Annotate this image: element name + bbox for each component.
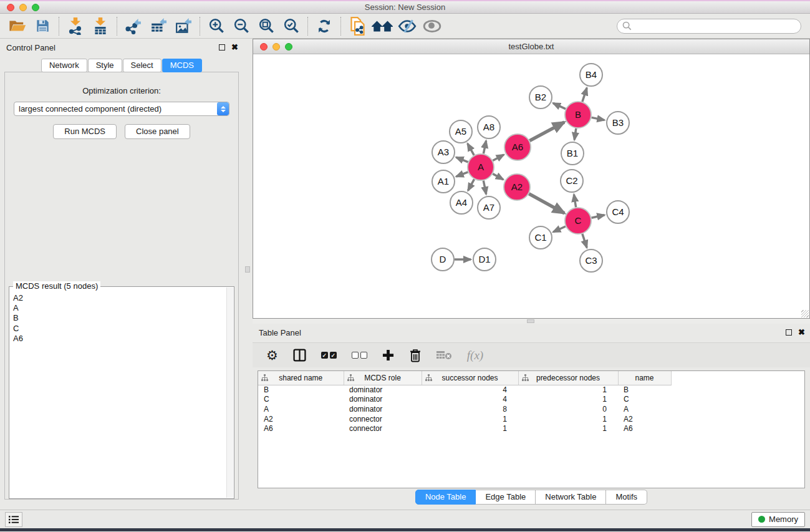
tab-node-table[interactable]: Node Table bbox=[415, 490, 476, 505]
search-input[interactable] bbox=[632, 20, 801, 32]
float-panel-icon[interactable] bbox=[219, 44, 225, 51]
function-builder-button[interactable]: f(x) bbox=[467, 349, 483, 362]
table-cell[interactable]: connector bbox=[344, 414, 422, 424]
column-header-name[interactable]: name bbox=[618, 371, 671, 385]
export-table-button[interactable] bbox=[146, 16, 171, 37]
graph-edge-A2-C[interactable] bbox=[529, 194, 564, 213]
table-cell[interactable]: 1 bbox=[518, 395, 618, 405]
table-cell[interactable]: A2 bbox=[618, 414, 671, 424]
tab-select[interactable]: Select bbox=[123, 59, 162, 72]
vertical-splitter[interactable] bbox=[243, 39, 253, 510]
hide-details-button[interactable] bbox=[395, 16, 420, 37]
table-cell[interactable]: 4 bbox=[422, 385, 518, 395]
splitter-grip[interactable] bbox=[245, 266, 250, 273]
import-network-button[interactable] bbox=[63, 16, 88, 37]
mcds-result-item[interactable]: A2 bbox=[13, 293, 226, 303]
close-panel-button[interactable]: Close panel bbox=[125, 124, 190, 139]
table-cell[interactable]: A6 bbox=[618, 423, 671, 433]
column-layout-button[interactable] bbox=[293, 349, 306, 362]
horizontal-splitter[interactable] bbox=[253, 319, 810, 324]
deselect-all-button[interactable] bbox=[352, 352, 367, 359]
mcds-result-item[interactable]: C bbox=[13, 324, 226, 334]
zoom-fit-button[interactable] bbox=[254, 16, 279, 37]
run-mcds-button[interactable]: Run MCDS bbox=[53, 124, 117, 139]
table-cell[interactable]: dominator bbox=[344, 385, 422, 395]
table-cell[interactable]: dominator bbox=[344, 395, 422, 405]
table-cell[interactable]: 1 bbox=[518, 414, 618, 424]
graph-edge-A-A6[interactable] bbox=[493, 155, 504, 161]
table-row[interactable]: Adominator80A bbox=[258, 404, 671, 414]
table-cell[interactable]: A bbox=[618, 404, 671, 414]
table-cell[interactable]: 1 bbox=[518, 423, 618, 433]
close-panel-icon[interactable]: ✖ bbox=[798, 329, 805, 336]
show-all-networks-button[interactable] bbox=[370, 16, 395, 37]
graph-edge-C-C3[interactable] bbox=[582, 234, 587, 248]
graph-edge-B-B1[interactable] bbox=[574, 128, 576, 140]
tab-mcds[interactable]: MCDS bbox=[162, 59, 202, 72]
network-window-titlebar[interactable]: testGlobe.txt bbox=[253, 39, 809, 54]
graph-edge-B-B4[interactable] bbox=[582, 88, 587, 102]
table-cell[interactable]: 4 bbox=[422, 395, 518, 405]
mcds-result-item[interactable]: B bbox=[13, 313, 226, 323]
export-network-button[interactable] bbox=[121, 16, 146, 37]
table-row[interactable]: A2connector11A2 bbox=[258, 414, 671, 424]
column-header-successor-nodes[interactable]: successor nodes bbox=[422, 371, 518, 385]
graph-edge-C-C1[interactable] bbox=[553, 226, 566, 232]
table-cell[interactable]: 8 bbox=[422, 404, 518, 414]
table-cell[interactable]: connector bbox=[344, 423, 422, 433]
open-file-button[interactable] bbox=[5, 16, 30, 37]
table-row[interactable]: Cdominator41C bbox=[258, 395, 671, 405]
close-panel-icon[interactable]: ✖ bbox=[231, 44, 238, 51]
table-cell[interactable]: B bbox=[618, 385, 671, 395]
table-cell[interactable]: 1 bbox=[422, 414, 518, 424]
mcds-result-item[interactable]: A6 bbox=[13, 334, 226, 344]
graph-edge-A-A5[interactable] bbox=[468, 143, 474, 155]
zoom-out-button[interactable] bbox=[229, 16, 254, 37]
refresh-button[interactable] bbox=[312, 16, 337, 37]
splitter-grip[interactable] bbox=[527, 319, 534, 323]
table-settings-button[interactable]: ⚙ bbox=[266, 349, 278, 362]
graph-edge-A6-B[interactable] bbox=[529, 122, 564, 141]
column-header-shared-name[interactable]: shared name bbox=[258, 371, 344, 385]
graph-edge-C-C4[interactable] bbox=[591, 215, 604, 218]
window-resize-grip[interactable] bbox=[801, 310, 809, 317]
table-cell[interactable]: A2 bbox=[258, 414, 344, 424]
duplicate-network-button[interactable] bbox=[345, 16, 370, 37]
tab-network-table[interactable]: Network Table bbox=[536, 490, 606, 505]
tab-edge-table[interactable]: Edge Table bbox=[476, 490, 536, 505]
graph-edge-A-A7[interactable] bbox=[483, 181, 486, 195]
table-cell[interactable]: C bbox=[618, 395, 671, 405]
table-cell[interactable]: 1 bbox=[422, 423, 518, 433]
graph-edge-C-C2[interactable] bbox=[574, 195, 576, 208]
memory-button[interactable]: Memory bbox=[751, 512, 805, 527]
float-panel-icon[interactable] bbox=[786, 329, 792, 336]
import-table-button[interactable] bbox=[88, 16, 113, 37]
table-row[interactable]: Bdominator41B bbox=[258, 385, 671, 395]
table-row[interactable]: A6connector11A6 bbox=[258, 423, 671, 433]
table-cell[interactable]: A bbox=[258, 404, 344, 414]
graph-edge-A-A1[interactable] bbox=[456, 172, 468, 177]
graph-edge-B-B2[interactable] bbox=[553, 103, 566, 109]
zoom-in-button[interactable] bbox=[204, 16, 229, 37]
network-graph[interactable]: AA1A2A3A4A5A6A7A8BB1B2B3B4CC1C2C3C4DD1 bbox=[253, 54, 809, 317]
column-header-predecessor-nodes[interactable]: predecessor nodes bbox=[518, 371, 618, 385]
table-cell[interactable]: B bbox=[258, 385, 344, 395]
graph-edge-A-A8[interactable] bbox=[483, 141, 486, 154]
tab-style[interactable]: Style bbox=[88, 59, 122, 72]
network-canvas[interactable]: AA1A2A3A4A5A6A7A8BB1B2B3B4CC1C2C3C4DD1 bbox=[253, 54, 809, 318]
table-cell[interactable]: 0 bbox=[518, 404, 618, 414]
table-cell[interactable]: C bbox=[258, 395, 344, 405]
delete-column-button[interactable] bbox=[409, 349, 422, 362]
result-scrollbar[interactable] bbox=[226, 288, 233, 498]
tab-motifs[interactable]: Motifs bbox=[606, 490, 647, 505]
select-all-button[interactable]: ✓✓ bbox=[321, 352, 337, 359]
tab-network[interactable]: Network bbox=[41, 59, 87, 72]
table-cell[interactable]: A6 bbox=[258, 423, 344, 433]
toolbar-search-box[interactable] bbox=[617, 19, 801, 34]
optimization-criterion-select[interactable]: largest connected component (directed) bbox=[14, 102, 229, 116]
graph-edge-A-A3[interactable] bbox=[456, 157, 468, 162]
table-cell[interactable]: 1 bbox=[518, 385, 618, 395]
save-session-button[interactable] bbox=[30, 16, 55, 37]
show-details-button[interactable] bbox=[420, 16, 445, 37]
graph-edge-A-A4[interactable] bbox=[468, 179, 475, 190]
